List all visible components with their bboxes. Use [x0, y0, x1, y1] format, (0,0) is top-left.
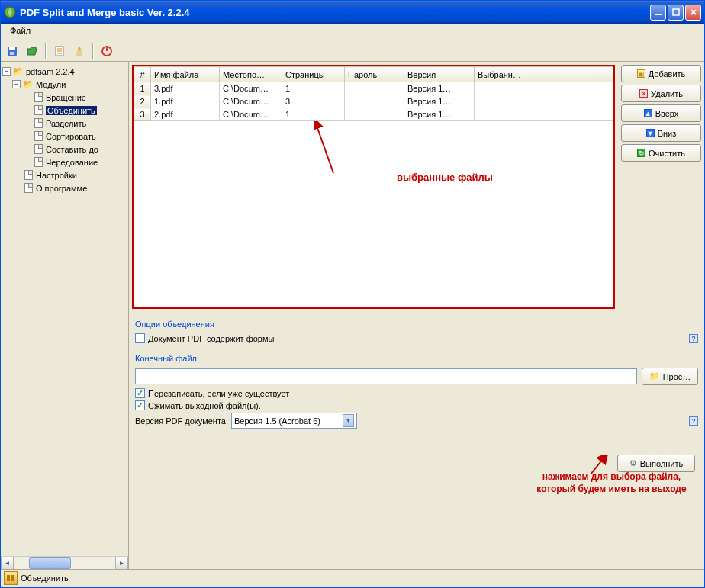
sidebar: −📂pdfsam 2.2.4 −📂Модули Вращение Объедин…: [1, 62, 129, 569]
col-path[interactable]: Местопо…: [220, 67, 282, 82]
col-selected[interactable]: Выбранн…: [475, 67, 613, 82]
tree-item-split[interactable]: Разделить: [2, 117, 127, 130]
output-file-title: Конечный файл:: [135, 354, 698, 363]
folder-icon: 📂: [22, 79, 34, 90]
file-icon: [32, 131, 44, 142]
clean-icon[interactable]: [71, 43, 88, 59]
menu-file[interactable]: Файл: [5, 24, 35, 37]
output-path-input[interactable]: [135, 368, 637, 384]
file-icon: [32, 118, 44, 129]
close-button[interactable]: [685, 5, 701, 21]
sidebar-scrollbar[interactable]: ◄ ►: [1, 556, 128, 569]
folder-icon: 📂: [12, 66, 24, 77]
col-password[interactable]: Пароль: [345, 67, 404, 82]
tree-modules[interactable]: −📂Модули: [2, 78, 127, 91]
tree-root[interactable]: −📂pdfsam 2.2.4: [2, 65, 127, 78]
down-button[interactable]: ▼Вниз: [621, 124, 701, 142]
file-table: # Имя файла Местопо… Страницы Пароль Вер…: [132, 65, 615, 309]
tree-item-sort[interactable]: Сортировать: [2, 130, 127, 143]
tree-settings[interactable]: Настройки: [2, 169, 127, 182]
col-pages[interactable]: Страницы: [282, 67, 345, 82]
clear-button[interactable]: ↻Очистить: [621, 144, 701, 162]
file-icon: [22, 183, 34, 194]
annotation-browse-hint: нажимаем для выбора файла, который будем…: [530, 471, 694, 495]
toolbar: [1, 40, 704, 62]
window-title: PDF Split and Merge basic Ver. 2.2.4: [20, 7, 650, 18]
exit-icon[interactable]: [98, 43, 115, 59]
up-button[interactable]: ▲Вверх: [621, 104, 701, 122]
tree: −📂pdfsam 2.2.4 −📂Модули Вращение Объедин…: [1, 62, 128, 198]
file-icon: [22, 170, 34, 181]
col-version[interactable]: Версия: [404, 67, 475, 82]
help-icon[interactable]: ?: [689, 334, 698, 343]
collapse-icon[interactable]: −: [2, 67, 11, 76]
statusbar: Объединить: [1, 569, 704, 586]
open-icon[interactable]: [24, 43, 40, 59]
merge-options-title: Опции объединения: [135, 320, 698, 329]
tree-item-compose[interactable]: Составить до: [2, 143, 127, 156]
file-icon: [32, 105, 44, 116]
status-icon: [4, 571, 18, 585]
svg-rect-2: [673, 9, 679, 15]
pdf-version-label: Версия PDF документа:: [135, 416, 228, 426]
delete-button[interactable]: ✕Удалить: [621, 85, 701, 102]
pdf-version-select[interactable]: Версия 1.5 (Acrobat 6) ▼: [231, 413, 357, 429]
svg-rect-4: [9, 47, 15, 50]
scroll-thumb[interactable]: [29, 557, 71, 569]
col-filename[interactable]: Имя файла: [151, 67, 220, 82]
browse-button[interactable]: 📁Прос…: [642, 368, 698, 385]
svg-rect-14: [7, 575, 10, 581]
tree-item-merge[interactable]: Объединить: [2, 104, 127, 117]
svg-line-12: [317, 126, 333, 173]
tree-item-alternate[interactable]: Чередование: [2, 156, 127, 169]
overwrite-label: Перезаписать, если уже существует: [148, 389, 289, 398]
file-icon: [32, 144, 44, 155]
run-button[interactable]: ⚙Выполнить: [617, 455, 695, 472]
file-icon: [32, 157, 44, 168]
overwrite-checkbox[interactable]: [135, 388, 145, 398]
minimize-button[interactable]: [650, 5, 666, 21]
maximize-button[interactable]: [668, 5, 684, 21]
status-text: Объединить: [21, 574, 69, 583]
compress-label: Сжимать выходной файл(ы).: [148, 401, 261, 410]
annotation-selected-files: выбранные файлы: [397, 172, 493, 183]
tree-about[interactable]: О программе: [2, 182, 127, 194]
collapse-icon[interactable]: −: [12, 80, 21, 88]
titlebar: PDF Split and Merge basic Ver. 2.2.4: [1, 1, 704, 24]
help-icon[interactable]: ?: [689, 416, 698, 426]
col-num[interactable]: #: [134, 67, 151, 82]
app-icon: [4, 6, 16, 18]
table-row[interactable]: 32.pdfC:\Docum…1Версия 1.…: [134, 108, 613, 121]
menubar: Файл: [1, 24, 704, 40]
annotation-arrow-icon: [314, 121, 338, 176]
save-icon[interactable]: [4, 43, 21, 59]
forms-label: Документ PDF содержит формы: [148, 334, 274, 343]
compress-checkbox[interactable]: [135, 400, 145, 410]
forms-checkbox[interactable]: [135, 333, 145, 343]
svg-rect-5: [10, 52, 14, 55]
chevron-down-icon: ▼: [343, 414, 354, 427]
svg-rect-15: [11, 575, 14, 581]
file-icon: [32, 92, 44, 103]
scroll-left-icon[interactable]: ◄: [1, 557, 14, 569]
table-row[interactable]: 13.pdfC:\Docum…1Версия 1.…: [134, 82, 613, 95]
tree-item-rotate[interactable]: Вращение: [2, 91, 127, 104]
log-icon[interactable]: [51, 43, 68, 59]
add-button[interactable]: ▣Добавить: [621, 65, 701, 82]
svg-rect-1: [655, 14, 662, 15]
table-row[interactable]: 21.pdfC:\Docum…3Версия 1.…: [134, 95, 613, 108]
scroll-right-icon[interactable]: ►: [115, 557, 128, 569]
